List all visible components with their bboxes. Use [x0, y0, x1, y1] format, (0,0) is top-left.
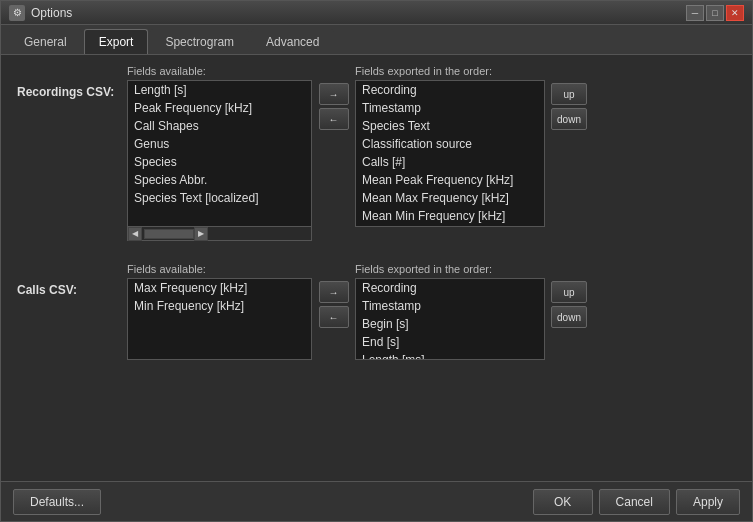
list-item[interactable]: Peak Frequency [kHz] — [128, 99, 311, 117]
recordings-exported-group: Fields exported in the order: Recording … — [355, 65, 545, 227]
close-button[interactable]: ✕ — [726, 5, 744, 21]
recordings-fields-row: Fields available: Length [s] Peak Freque… — [127, 65, 736, 241]
scroll-thumb[interactable] — [144, 229, 194, 239]
list-item[interactable]: Min Frequency [kHz] — [128, 297, 311, 315]
list-item[interactable]: Begin [s] — [356, 315, 544, 333]
calls-exported-scroll[interactable]: Recording Timestamp Begin [s] End [s] Le… — [356, 279, 544, 359]
calls-csv-label: Calls CSV: — [17, 263, 127, 297]
calls-available-list: Max Frequency [kHz] Min Frequency [kHz] — [127, 278, 312, 360]
calls-csv-body: Fields available: Max Frequency [kHz] Mi… — [127, 263, 736, 360]
calls-down-button[interactable]: down — [551, 306, 587, 328]
list-item[interactable]: Mean Peak Frequency [kHz] — [356, 171, 544, 189]
calls-csv-section: Calls CSV: Fields available: Max Frequen… — [17, 263, 736, 360]
calls-exported-list: Recording Timestamp Begin [s] End [s] Le… — [355, 278, 545, 360]
calls-add-button[interactable]: → — [319, 281, 349, 303]
window-controls: ─ □ ✕ — [686, 5, 744, 21]
minimize-button[interactable]: ─ — [686, 5, 704, 21]
list-item[interactable]: Mean Min Frequency [kHz] — [356, 207, 544, 225]
window-title: Options — [31, 6, 686, 20]
defaults-button[interactable]: Defaults... — [13, 489, 101, 515]
calls-exported-label: Fields exported in the order: — [355, 263, 545, 275]
apply-button[interactable]: Apply — [676, 489, 740, 515]
list-item[interactable]: Length [s] — [128, 81, 311, 99]
recordings-remove-button[interactable]: ← — [319, 108, 349, 130]
window-icon: ⚙ — [9, 5, 25, 21]
list-item[interactable]: Species Text [localized] — [128, 189, 311, 207]
recordings-transfer-buttons: → ← — [316, 65, 351, 130]
list-item[interactable]: Call Shapes — [128, 117, 311, 135]
list-item[interactable]: Mean Max Frequency [kHz] — [356, 189, 544, 207]
options-window: ⚙ Options ─ □ ✕ General Export Spectrogr… — [0, 0, 753, 522]
calls-fields-row: Fields available: Max Frequency [kHz] Mi… — [127, 263, 736, 360]
list-item[interactable]: Species Text — [356, 117, 544, 135]
recordings-up-button[interactable]: up — [551, 83, 587, 105]
recordings-available-label: Fields available: — [127, 65, 312, 77]
recordings-csv-label: Recordings CSV: — [17, 65, 127, 99]
calls-exported-group: Fields exported in the order: Recording … — [355, 263, 545, 360]
tab-spectrogram[interactable]: Spectrogram — [150, 29, 249, 54]
recordings-available-group: Fields available: Length [s] Peak Freque… — [127, 65, 312, 241]
recordings-available-scroll[interactable]: Length [s] Peak Frequency [kHz] Call Sha… — [128, 81, 311, 226]
recordings-down-button[interactable]: down — [551, 108, 587, 130]
recordings-csv-section: Recordings CSV: Fields available: Length… — [17, 65, 736, 241]
list-item[interactable]: Length [ms] — [356, 351, 544, 359]
calls-available-scroll[interactable]: Max Frequency [kHz] Min Frequency [kHz] — [128, 279, 311, 359]
list-item[interactable]: Genus — [128, 135, 311, 153]
list-item[interactable]: Species Abbr. — [128, 171, 311, 189]
maximize-button[interactable]: □ — [706, 5, 724, 21]
footer: Defaults... OK Cancel Apply — [1, 481, 752, 521]
calls-updown-buttons: up down — [549, 263, 589, 328]
cancel-button[interactable]: Cancel — [599, 489, 670, 515]
list-item[interactable]: Timestamp — [356, 297, 544, 315]
tab-bar: General Export Spectrogram Advanced — [1, 25, 752, 55]
scroll-right-button[interactable]: ▶ — [194, 227, 208, 241]
recordings-exported-list: Recording Timestamp Species Text Classif… — [355, 80, 545, 227]
ok-button[interactable]: OK — [533, 489, 593, 515]
recordings-available-list: Length [s] Peak Frequency [kHz] Call Sha… — [127, 80, 312, 241]
recordings-updown-buttons: up down — [549, 65, 589, 130]
content-area: Recordings CSV: Fields available: Length… — [1, 55, 752, 481]
calls-available-label: Fields available: — [127, 263, 312, 275]
list-item[interactable]: Recording — [356, 279, 544, 297]
list-item[interactable]: End [s] — [356, 333, 544, 351]
footer-right: OK Cancel Apply — [533, 489, 740, 515]
tab-advanced[interactable]: Advanced — [251, 29, 334, 54]
calls-available-group: Fields available: Max Frequency [kHz] Mi… — [127, 263, 312, 360]
scroll-left-button[interactable]: ◀ — [128, 227, 142, 241]
horizontal-scrollbar[interactable]: ◀ ▶ — [128, 226, 311, 240]
recordings-exported-scroll[interactable]: Recording Timestamp Species Text Classif… — [356, 81, 544, 226]
list-item[interactable]: Timestamp — [356, 99, 544, 117]
title-bar: ⚙ Options ─ □ ✕ — [1, 1, 752, 25]
calls-remove-button[interactable]: ← — [319, 306, 349, 328]
tab-general[interactable]: General — [9, 29, 82, 54]
list-item[interactable]: Classification source — [356, 135, 544, 153]
footer-left: Defaults... — [13, 489, 533, 515]
list-item[interactable]: Species — [128, 153, 311, 171]
recordings-exported-label: Fields exported in the order: — [355, 65, 545, 77]
tab-export[interactable]: Export — [84, 29, 149, 54]
recordings-add-button[interactable]: → — [319, 83, 349, 105]
list-item[interactable]: Calls [#] — [356, 153, 544, 171]
calls-transfer-buttons: → ← — [316, 263, 351, 328]
list-item[interactable]: Max Frequency [kHz] — [128, 279, 311, 297]
list-item[interactable]: Recording — [356, 81, 544, 99]
recordings-csv-body: Fields available: Length [s] Peak Freque… — [127, 65, 736, 241]
calls-up-button[interactable]: up — [551, 281, 587, 303]
